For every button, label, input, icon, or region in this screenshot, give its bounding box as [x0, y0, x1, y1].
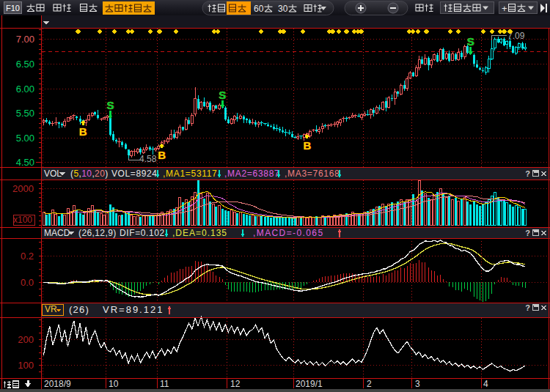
svg-text:?: ?: [525, 169, 530, 178]
svg-text:200: 200: [18, 334, 34, 345]
svg-text:(26,12,9): (26,12,9): [78, 228, 117, 238]
svg-text:?: ?: [525, 229, 530, 237]
svg-text:(26): (26): [69, 304, 89, 315]
svg-text:VR: VR: [45, 304, 57, 314]
svg-text:6.50: 6.50: [16, 59, 34, 70]
svg-text:VOL=8924: VOL=8924: [111, 169, 158, 179]
svg-text:7.00: 7.00: [16, 34, 34, 45]
svg-text:2018/9: 2018/9: [44, 379, 71, 389]
svg-text:4.50: 4.50: [16, 157, 34, 168]
svg-text:10: 10: [109, 379, 119, 389]
svg-text:60: 60: [254, 4, 264, 14]
svg-text:,MA3=76168: ,MA3=76168: [285, 169, 340, 179]
svg-text:(5,10,20): (5,10,20): [70, 169, 109, 179]
svg-text:5.50: 5.50: [16, 108, 34, 119]
svg-text:x100: x100: [13, 215, 32, 225]
svg-text:100: 100: [18, 360, 34, 371]
svg-text:2000: 2000: [12, 183, 34, 194]
svg-text:4: 4: [483, 379, 488, 389]
svg-text:S: S: [219, 89, 226, 101]
svg-text:12: 12: [230, 379, 241, 389]
svg-text:VR=89.121: VR=89.121: [103, 304, 164, 315]
svg-text:6.00: 6.00: [16, 84, 34, 95]
svg-text:2: 2: [367, 379, 372, 389]
svg-text:MACD: MACD: [44, 228, 70, 238]
svg-text:0.2: 0.2: [21, 251, 34, 262]
svg-text:0.0: 0.0: [21, 277, 34, 288]
svg-text:5.00: 5.00: [16, 133, 34, 144]
svg-text:?: ?: [525, 303, 530, 312]
svg-text:S: S: [467, 35, 474, 48]
svg-text:,MA2=63887: ,MA2=63887: [224, 169, 279, 179]
svg-text:F10: F10: [6, 4, 20, 12]
svg-text:11: 11: [160, 379, 169, 389]
svg-text:2019/1: 2019/1: [296, 379, 323, 389]
svg-text:VOL: VOL: [44, 169, 62, 179]
svg-text:4.58: 4.58: [139, 154, 157, 164]
svg-text:30: 30: [278, 4, 288, 14]
svg-text:,MA1=53117: ,MA1=53117: [163, 169, 218, 179]
svg-text:B: B: [303, 139, 311, 152]
svg-text:B: B: [79, 125, 87, 138]
svg-text:,MACD=-0.065: ,MACD=-0.065: [253, 228, 324, 238]
svg-text:B: B: [158, 149, 166, 161]
svg-text:DIF=0.102: DIF=0.102: [120, 228, 165, 238]
svg-text:+: +: [502, 3, 507, 14]
svg-text:,DEA=0.135: ,DEA=0.135: [172, 228, 227, 238]
svg-text:S: S: [106, 99, 114, 111]
svg-text:3: 3: [415, 379, 420, 389]
